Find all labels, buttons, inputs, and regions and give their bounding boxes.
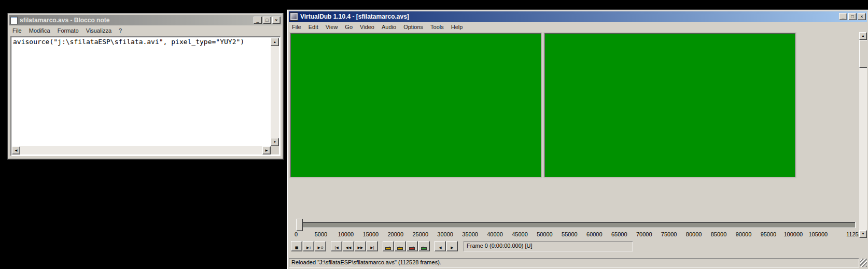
- badge: [421, 247, 427, 250]
- notepad-close-button[interactable]: ×: [272, 17, 281, 24]
- step-backward-button[interactable]: ◀◀: [343, 241, 354, 251]
- play-output-button[interactable]: ▶O: [315, 241, 326, 251]
- badge: [409, 247, 415, 250]
- timeline-tick-label: 85000: [711, 231, 727, 237]
- timeline-tick-label: 50000: [537, 231, 553, 237]
- notepad-minimize-button[interactable]: _: [254, 17, 262, 24]
- goto-start-icon: |◀: [334, 246, 339, 250]
- timeline-tick-label: 30000: [437, 231, 453, 237]
- virtualdub-client-area: 0500010000150002000025000300003500040000…: [289, 32, 867, 257]
- timeline-tick-label: 100000: [784, 231, 803, 237]
- prev-scene-button[interactable]: ◀: [407, 241, 418, 251]
- notepad-maximize-button[interactable]: □: [263, 17, 271, 24]
- notepad-menubar: FileModificaFormatoVisualizza?: [8, 25, 283, 35]
- frame-info: Frame 0 (0:00:00.000) [U]: [464, 241, 633, 251]
- timeline-tick-label: 35000: [462, 231, 478, 237]
- stop-button[interactable]: ■: [291, 241, 302, 251]
- virtualdub-menu-item[interactable]: Audio: [378, 23, 400, 31]
- timeline-tick-label: 75000: [661, 231, 677, 237]
- goto-end-icon: ▶|: [370, 246, 374, 250]
- virtualdub-titlebar[interactable]: VirtualDub 1.10.4 - [sfilatamarco.avs] _…: [289, 11, 867, 22]
- virtualdub-menu-item[interactable]: Video: [356, 23, 378, 31]
- virtualdub-menu-item[interactable]: Go: [341, 23, 356, 31]
- virtualdub-menu-item[interactable]: Tools: [427, 23, 447, 31]
- prev-keyframe-button[interactable]: ◀: [383, 241, 394, 251]
- virtualdub-menubar: FileEditViewGoVideoAudioOptionsToolsHelp: [287, 22, 868, 32]
- next-keyframe-button[interactable]: ▶: [395, 241, 406, 251]
- stop-icon: ■: [295, 246, 299, 250]
- notepad-menu-item[interactable]: Visualizza: [82, 26, 115, 35]
- timeline-tick-label: 65000: [611, 231, 627, 237]
- play-input-icon: ▶: [306, 246, 309, 250]
- scroll-down-icon[interactable]: ▼: [271, 138, 279, 146]
- scrollbar-thumb[interactable]: [859, 40, 867, 68]
- virtualdub-maximize-button[interactable]: □: [848, 13, 857, 20]
- goto-end-button[interactable]: ▶|: [367, 241, 378, 251]
- scroll-up-icon[interactable]: ▲: [271, 38, 279, 46]
- notepad-vertical-scrollbar[interactable]: ▲ ▼: [271, 38, 279, 146]
- notepad-edit-area[interactable]: avisource("j:\sfilataESP\sfilata.avi", p…: [10, 36, 281, 156]
- virtualdub-menu-item[interactable]: Options: [400, 23, 427, 31]
- notepad-text: avisource("j:\sfilataESP\sfilata.avi", p…: [13, 38, 270, 145]
- timeline-ticks: 0500010000150002000025000300003500040000…: [296, 231, 856, 239]
- scroll-up-icon[interactable]: ▲: [859, 32, 867, 40]
- notepad-window: sfilatamarco.avs - Blocco note _ □ × Fil…: [7, 13, 284, 160]
- timeline-tick-label: 60000: [586, 231, 603, 237]
- timeline-slider[interactable]: [296, 219, 856, 230]
- notepad-menu-item[interactable]: File: [9, 26, 25, 35]
- play-input-button[interactable]: ▶I: [303, 241, 314, 251]
- timeline-tick-label: 0: [295, 231, 298, 237]
- virtualdub-menu-item[interactable]: View: [322, 23, 342, 31]
- virtualdub-window: VirtualDub 1.10.4 - [sfilatamarco.avs] _…: [287, 9, 868, 269]
- mark-in-button[interactable]: ◀: [435, 241, 446, 251]
- video-pane[interactable]: [544, 33, 795, 177]
- next-scene-button[interactable]: ▶: [418, 241, 430, 251]
- scroll-left-icon[interactable]: ◀: [12, 146, 20, 154]
- notepad-menu-item[interactable]: ?: [115, 26, 125, 35]
- timeline-tick-label: 70000: [636, 231, 652, 237]
- virtualdub-menu-item[interactable]: Help: [447, 23, 467, 31]
- mark-out-button[interactable]: ▶: [446, 241, 458, 251]
- virtualdub-minimize-button[interactable]: _: [839, 13, 847, 20]
- mark-in-icon: ◀: [439, 246, 441, 250]
- virtualdub-menu-item[interactable]: Edit: [305, 23, 322, 31]
- timeline-tick-label: 80000: [686, 231, 702, 237]
- scroll-right-icon[interactable]: ▶: [262, 146, 271, 154]
- virtualdub-title: VirtualDub 1.10.4 - [sfilatamarco.avs]: [300, 13, 838, 20]
- timeline-tick-label: 40000: [487, 231, 503, 237]
- virtualdub-statusbar: Reloaded "J:\sfilataESP\sfilatamarco.avs…: [289, 258, 867, 268]
- scroll-down-icon[interactable]: ▼: [859, 230, 867, 238]
- goto-start-button[interactable]: |◀: [331, 241, 342, 251]
- notepad-menu-item[interactable]: Modifica: [25, 26, 54, 35]
- timeline-tick-label: 15000: [363, 231, 379, 237]
- timeline-tick-label: 45000: [512, 231, 528, 237]
- notepad-horizontal-scrollbar[interactable]: ◀ ▶: [12, 146, 271, 154]
- transport-bar: ■▶I▶O|◀◀◀▶▶▶|◀▶◀▶◀▶: [291, 240, 458, 252]
- virtualdub-vertical-scrollbar[interactable]: ▲ ▼: [859, 32, 867, 238]
- step-backward-icon: ◀◀: [346, 246, 352, 250]
- timeline-tick-label: 25000: [412, 231, 428, 237]
- status-message: Reloaded "J:\sfilataESP\sfilatamarco.avs…: [289, 258, 859, 267]
- badge: [397, 247, 403, 250]
- timeline-tick-label: 105000: [808, 231, 828, 237]
- desktop: sfilatamarco.avs - Blocco note _ □ × Fil…: [0, 0, 868, 269]
- mark-out-icon: ▶: [451, 246, 453, 250]
- notepad-titlebar[interactable]: sfilatamarco.avs - Blocco note _ □ ×: [9, 15, 282, 25]
- virtualdub-window-controls: _ □ ×: [838, 13, 866, 20]
- timeline-tick-label: 95000: [761, 231, 777, 237]
- badge: [385, 247, 391, 250]
- resize-grip[interactable]: [860, 259, 867, 267]
- notepad-title: sfilatamarco.avs - Blocco note: [20, 17, 253, 24]
- virtualdub-icon: [290, 12, 298, 21]
- virtualdub-close-button[interactable]: ×: [858, 13, 866, 20]
- notepad-menu-item[interactable]: Formato: [54, 26, 82, 35]
- scrollbar-corner: [271, 146, 279, 154]
- video-pane[interactable]: [290, 33, 541, 177]
- virtualdub-menu-item[interactable]: File: [288, 23, 305, 31]
- timeline-thumb[interactable]: [296, 219, 303, 231]
- timeline-tick-label: 20000: [387, 231, 403, 237]
- timeline-groove[interactable]: [296, 222, 856, 228]
- timeline-tick-label: 90000: [736, 231, 752, 237]
- step-forward-button[interactable]: ▶▶: [355, 241, 366, 251]
- notepad-icon: [10, 17, 18, 24]
